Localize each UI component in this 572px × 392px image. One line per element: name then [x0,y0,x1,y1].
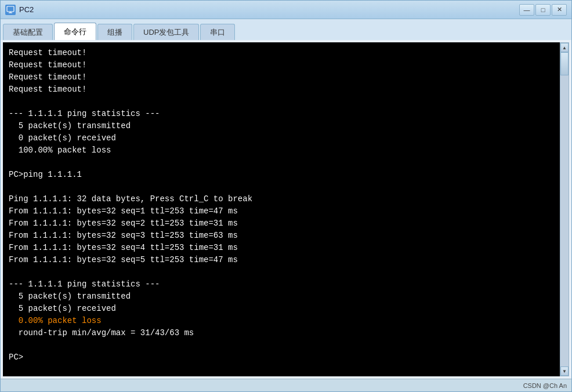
tab-bar: 基础配置 命令行 组播 UDP发包工具 串口 [1,19,571,40]
scrollbar-down-button[interactable]: ▼ [560,366,569,376]
terminal-output[interactable]: Request timeout! Request timeout! Reques… [3,42,560,376]
scrollbar-up-button[interactable]: ▲ [560,43,569,52]
tab-basic[interactable]: 基础配置 [3,24,53,40]
minimize-button[interactable]: — [519,4,534,16]
window: PC2 — □ ✕ 基础配置 命令行 组播 UDP发包工具 串口 Request… [0,0,572,392]
status-text: CSDN @Ch An [523,382,567,389]
close-button[interactable]: ✕ [552,4,567,16]
app-icon [5,5,16,15]
scrollbar-track[interactable] [560,52,569,366]
tab-cmd[interactable]: 命令行 [54,23,96,40]
window-title: PC2 [19,5,34,14]
title-bar: PC2 — □ ✕ [1,1,571,19]
scrollbar[interactable]: ▲ ▼ [560,42,569,376]
maximize-button[interactable]: □ [535,4,551,16]
tab-serial[interactable]: 串口 [200,24,235,40]
title-controls: — □ ✕ [519,4,567,16]
svg-rect-0 [7,6,14,12]
content-area: Request timeout! Request timeout! Reques… [1,40,571,379]
scrollbar-thumb[interactable] [560,52,569,75]
tab-udp[interactable]: UDP发包工具 [133,24,199,40]
status-bar: CSDN @Ch An [1,379,571,391]
tab-multicast[interactable]: 组播 [97,24,132,40]
title-left: PC2 [5,5,34,15]
